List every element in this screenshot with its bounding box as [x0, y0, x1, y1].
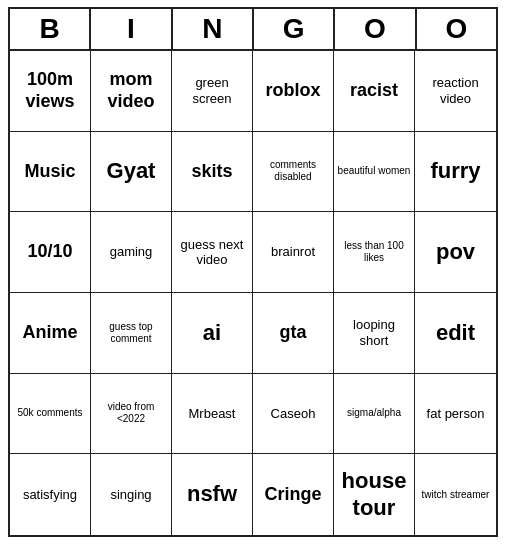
- header-letter-b-0: B: [10, 9, 91, 49]
- grid-cell-14: guess next video: [172, 212, 253, 293]
- grid-cell-30: satisfying: [10, 454, 91, 535]
- grid-cell-22: looping short: [334, 293, 415, 374]
- grid-cell-6: Music: [10, 132, 91, 213]
- grid-cell-2: green screen: [172, 51, 253, 132]
- grid-cell-27: Caseoh: [253, 374, 334, 455]
- grid-cell-32: nsfw: [172, 454, 253, 535]
- grid-cell-11: furry: [415, 132, 496, 213]
- header-letter-o-4: O: [335, 9, 416, 49]
- grid-cell-28: sigma/alpha: [334, 374, 415, 455]
- grid-cell-9: comments disabled: [253, 132, 334, 213]
- grid-cell-7: Gyat: [91, 132, 172, 213]
- header-letter-i-1: I: [91, 9, 172, 49]
- header-letter-g-3: G: [254, 9, 335, 49]
- grid-cell-18: Anime: [10, 293, 91, 374]
- bingo-header: BINGOO: [10, 9, 496, 51]
- grid-cell-35: twitch streamer: [415, 454, 496, 535]
- grid-cell-20: ai: [172, 293, 253, 374]
- grid-cell-24: 50k comments: [10, 374, 91, 455]
- grid-cell-29: fat person: [415, 374, 496, 455]
- grid-cell-10: beautiful women: [334, 132, 415, 213]
- grid-cell-23: edit: [415, 293, 496, 374]
- bingo-card: BINGOO 100m viewsmom videogreen screenro…: [8, 7, 498, 537]
- grid-cell-8: skits: [172, 132, 253, 213]
- grid-cell-13: gaming: [91, 212, 172, 293]
- header-letter-o-5: O: [417, 9, 496, 49]
- grid-cell-1: mom video: [91, 51, 172, 132]
- grid-cell-25: video from <2022: [91, 374, 172, 455]
- grid-cell-21: gta: [253, 293, 334, 374]
- grid-cell-4: racist: [334, 51, 415, 132]
- grid-cell-31: singing: [91, 454, 172, 535]
- grid-cell-12: 10/10: [10, 212, 91, 293]
- grid-cell-15: brainrot: [253, 212, 334, 293]
- grid-cell-0: 100m views: [10, 51, 91, 132]
- grid-cell-3: roblox: [253, 51, 334, 132]
- grid-cell-17: pov: [415, 212, 496, 293]
- grid-cell-34: house tour: [334, 454, 415, 535]
- header-letter-n-2: N: [173, 9, 254, 49]
- grid-cell-16: less than 100 likes: [334, 212, 415, 293]
- bingo-grid: 100m viewsmom videogreen screenrobloxrac…: [10, 51, 496, 535]
- grid-cell-26: Mrbeast: [172, 374, 253, 455]
- grid-cell-19: guess top comment: [91, 293, 172, 374]
- grid-cell-5: reaction video: [415, 51, 496, 132]
- grid-cell-33: Cringe: [253, 454, 334, 535]
